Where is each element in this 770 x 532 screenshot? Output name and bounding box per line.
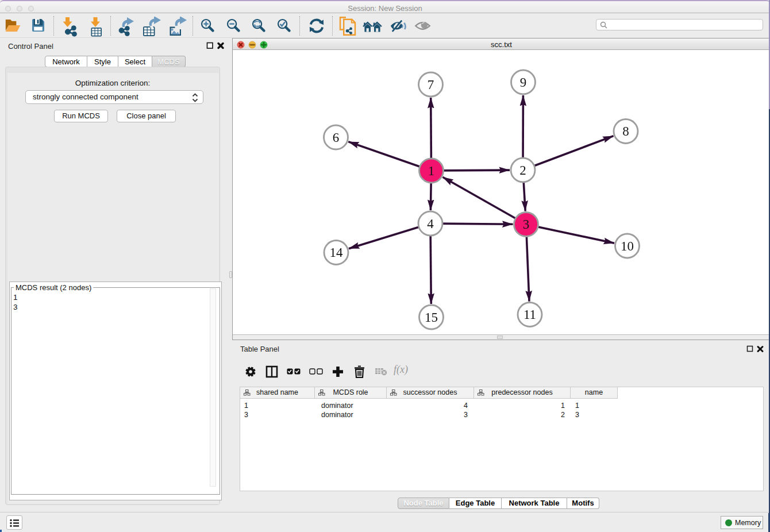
svg-text:11: 11 [523, 307, 536, 322]
svg-text:3: 3 [523, 217, 530, 232]
svg-text:6: 6 [333, 130, 340, 145]
svg-text:2: 2 [519, 163, 526, 178]
svg-text:4: 4 [427, 217, 434, 231]
svg-text:1: 1 [428, 164, 435, 178]
svg-text:14: 14 [330, 245, 344, 260]
svg-text:15: 15 [425, 310, 438, 325]
svg-text:7: 7 [428, 78, 434, 92]
svg-text:8: 8 [622, 124, 629, 138]
svg-text:9: 9 [520, 75, 527, 90]
svg-text:10: 10 [621, 239, 634, 253]
